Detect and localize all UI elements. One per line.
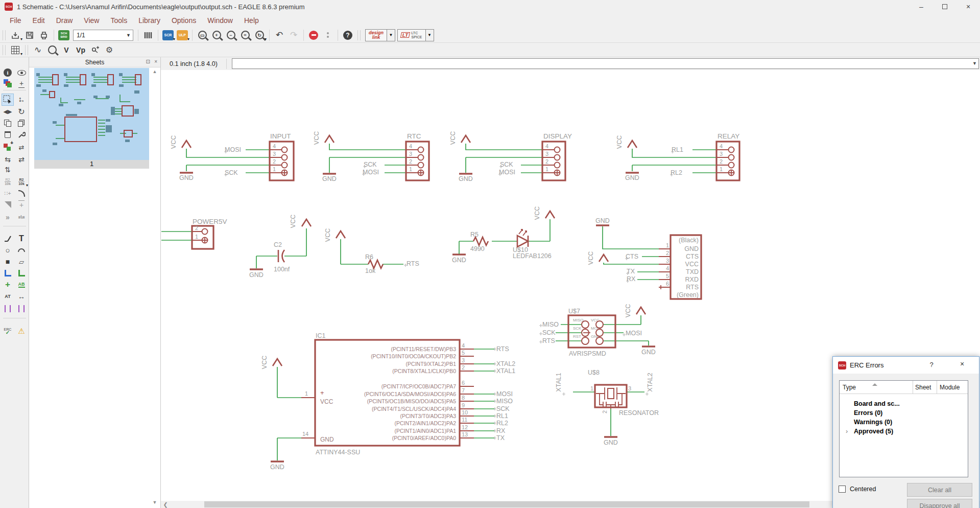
probe-zoom-button[interactable] [45,44,59,56]
design-link-button[interactable]: designlink [365,29,387,41]
dimension-h-tool[interactable] [2,303,14,315]
component-ic1[interactable]: IC1 ATTINY44-SSU + VCC GND VCC 1 14 GND … [261,332,515,471]
component-relay[interactable]: RELAY RL1 RL2 VCC GND 4 3 2 1 [616,132,739,181]
erc-dialog[interactable]: SCH ERC Errors ? × Type Sheet Module Boa… [832,356,979,508]
frames-button[interactable] [141,29,155,41]
erc-row-board[interactable]: Board and sc... [854,400,900,407]
sheet-selector[interactable]: 1/1▼ [73,30,133,41]
grid-button[interactable]: ▾ [9,44,22,56]
simulate-wave-button[interactable]: ∿ [31,44,44,56]
help-button[interactable]: ? [341,29,354,41]
simulation-settings-button[interactable]: ⚙ [103,44,116,56]
change-tool[interactable] [15,128,28,141]
design-link-dropdown[interactable]: ▼ [387,29,395,41]
value-tool[interactable]: R210k▾ [15,175,28,188]
component-input[interactable]: INPUT MOSI SCK VCC GND 4 3 2 1 [170,132,294,181]
probe-add-button[interactable] [88,44,102,56]
zoom-redraw-button[interactable]: ↻▾ [253,29,266,41]
zoom-out-button[interactable]: − [224,29,237,41]
erc-dialog-titlebar[interactable]: SCH ERC Errors ? × [833,357,979,374]
arc-tool[interactable] [15,244,28,256]
menu-view[interactable]: View [78,14,105,27]
erc-list[interactable]: Type Sheet Module Board and sc... Errors… [839,380,968,477]
toolbar-grip[interactable] [3,30,6,40]
command-dropdown-icon[interactable]: ▼ [972,61,977,66]
sheets-close-icon[interactable]: × [154,59,157,64]
menu-help[interactable]: Help [238,14,265,27]
add-part-tool[interactable]: + [2,141,14,153]
circle-tool[interactable]: ○ [2,244,14,256]
ltc-spice-button[interactable]: LTLTCSPICE [397,29,426,41]
print-button[interactable] [37,29,51,41]
traffic-dots-button[interactable] [321,29,334,41]
erc-col-module[interactable]: Module [940,384,960,391]
close-button[interactable]: × [957,0,980,13]
rotate-tool[interactable]: ↻ [15,105,28,118]
arc-corner-tool[interactable] [15,187,28,199]
move-tool[interactable]: ↔↔ [15,94,28,106]
dimension-tool[interactable]: ↔ [15,290,28,303]
erc-col-sheet[interactable]: Sheet [915,384,931,391]
align-tool[interactable]: ≡\≡ [15,211,28,223]
paste-tool[interactable] [15,117,28,129]
component-r6[interactable]: VCC R6 1ok RTS [324,228,419,274]
sch-brd-toggle[interactable]: SCHBRD [57,29,70,41]
maximize-button[interactable] [933,0,957,13]
menu-library[interactable]: Library [133,14,166,27]
component-power5v[interactable]: POWER5V 2 1 [161,218,227,249]
junction-tool[interactable]: + [2,279,14,291]
command-input[interactable] [232,58,979,69]
mirror-tool[interactable]: ◀▶ [2,105,14,118]
bus-tool[interactable] [2,267,14,279]
menu-edit[interactable]: Edit [27,14,51,27]
component-c2[interactable]: C2 100nf GND VCC [249,215,311,279]
menu-tools[interactable]: Tools [105,14,133,27]
attribute-tool[interactable]: AT [2,290,14,303]
replace-tool[interactable]: ⇄ [15,141,28,153]
erc-row-errors[interactable]: Errors (0) [854,409,882,417]
component-u7-avrisp[interactable]: U$7 MISO SCK RTS MISO SCK RST VCC MOSI G… [542,304,656,357]
display-layers-tool[interactable] [2,77,14,89]
disapprove-all-button[interactable]: Disapprove all [907,499,972,508]
polygon-tool[interactable]: ▱ [15,256,28,268]
save-button[interactable] [23,29,36,41]
menu-options[interactable]: Options [166,14,202,27]
sheet-label[interactable]: 1 [34,160,149,169]
dimension-v-tool[interactable] [15,303,28,315]
rect-tool[interactable]: ■ [2,256,14,268]
net-tool[interactable] [15,267,28,279]
menu-window[interactable]: Window [202,14,238,27]
stop-button[interactable] [307,29,320,41]
sheets-scroll-down-icon[interactable]: ▼ [151,499,158,506]
expander-icon[interactable]: › [846,428,848,435]
centered-checkbox[interactable] [839,486,846,493]
minimize-button[interactable]: – [910,0,933,13]
scrollbar-thumb[interactable] [204,501,809,507]
component-r5-led[interactable]: GND R5 4990 U$10 LEDFAB1206 VCC [452,206,555,264]
menu-file[interactable]: File [4,14,27,27]
scroll-left-icon[interactable]: ❮ [162,501,169,508]
delete-tool[interactable] [2,128,14,141]
zoom-in-button[interactable]: + [210,29,223,41]
ulp-button[interactable]: ULP▾ [176,29,189,41]
zoom-fit-button[interactable]: ▭ [196,29,209,41]
clear-all-button[interactable]: Clear all [907,483,972,497]
corner-tool[interactable] [2,198,14,211]
invoke-tool[interactable]: » [2,211,14,223]
mark-tool[interactable]: + [15,77,28,89]
component-serial-header[interactable]: GND VCC CTS TX RX 1 2 3 4 5 6 (Black) GN… [587,217,701,299]
probe-vp-button[interactable]: Vp [74,44,87,56]
name-tool[interactable]: R210k [2,175,14,188]
sheets-scroll-up-icon[interactable]: ▲ [151,68,158,75]
component-display[interactable]: DISPLAY VCC GND SCK MOSI 4 3 2 1 [449,131,572,182]
component-u8-resonator[interactable]: XTAL1 XTAL2 U$8 1 3 2 GND RESONATOR [555,369,659,446]
erc-col-type[interactable]: Type [843,384,856,391]
wire-tool[interactable] [2,233,14,245]
menu-draw[interactable]: Draw [51,14,79,27]
erc-help-button[interactable]: ? [926,361,937,368]
scr-button[interactable]: SCR▾ [161,29,175,41]
sheets-float-icon[interactable]: ⊡ [146,59,150,64]
erc-row-approved[interactable]: ›Approved (5) [854,428,893,435]
miter-tool[interactable]: ∷+ [2,187,14,199]
erc-errors-tool[interactable]: ⚠ [15,325,28,337]
